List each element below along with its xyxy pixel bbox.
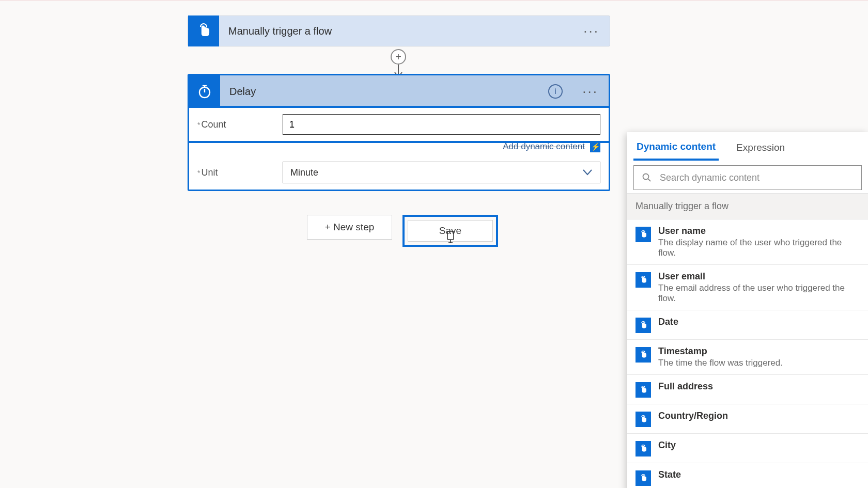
dynamic-item[interactable]: Full address	[627, 375, 868, 404]
dynamic-item-title: Date	[658, 317, 860, 327]
touch-icon	[636, 347, 651, 363]
dynamic-item[interactable]: State	[627, 463, 868, 488]
trigger-icon	[188, 15, 219, 46]
unit-value: Minute	[290, 167, 318, 178]
dynamic-item[interactable]: User nameThe display name of the user wh…	[627, 219, 868, 265]
touch-icon	[636, 382, 651, 398]
dynamic-content-panel: Dynamic content Expression Search dynami…	[627, 132, 868, 488]
dynamic-panel-tabs: Dynamic content Expression	[627, 132, 868, 162]
delay-more-icon[interactable]: ···	[572, 84, 609, 100]
dynamic-item-description: The time the flow was triggered.	[658, 358, 860, 368]
dynamic-item-title: Country/Region	[658, 411, 860, 421]
dynamic-item[interactable]: TimestampThe time the flow was triggered…	[627, 340, 868, 375]
chevron-down-icon	[582, 169, 593, 176]
touch-icon	[636, 227, 651, 242]
dynamic-item-description: The email address of the user who trigge…	[658, 283, 860, 304]
dynamic-item-title: City	[658, 440, 860, 451]
dynamic-item[interactable]: City	[627, 434, 868, 463]
delay-card: Delay i ··· *Count Add dynamic content ⚡…	[188, 74, 610, 191]
save-button-highlight: Save	[402, 215, 498, 247]
touch-icon	[636, 470, 651, 486]
unit-select[interactable]: Minute	[283, 162, 600, 183]
info-icon[interactable]: i	[548, 84, 563, 99]
touch-icon	[636, 412, 651, 427]
dynamic-section-header: Manually trigger a flow	[627, 193, 868, 219]
dynamic-items-list: User nameThe display name of the user wh…	[627, 219, 868, 488]
search-placeholder: Search dynamic content	[660, 172, 760, 183]
dynamic-item[interactable]: Country/Region	[627, 404, 868, 434]
flow-designer-canvas: Manually trigger a flow ··· + Delay i ··…	[0, 0, 868, 488]
delay-icon	[189, 75, 220, 107]
trigger-card[interactable]: Manually trigger a flow ···	[188, 15, 610, 46]
footer-buttons: + New step Save	[307, 215, 498, 247]
stopwatch-icon	[197, 84, 212, 99]
delay-header[interactable]: Delay i ···	[189, 75, 609, 107]
count-input[interactable]	[283, 114, 600, 135]
trigger-title: Manually trigger a flow	[219, 25, 573, 37]
touch-icon	[636, 441, 651, 456]
delay-title: Delay	[220, 86, 548, 98]
touch-icon	[195, 22, 212, 40]
save-button[interactable]: Save	[408, 220, 493, 242]
dynamic-item-title: User email	[658, 271, 860, 282]
lightning-icon: ⚡	[590, 141, 600, 152]
new-step-button[interactable]: + New step	[307, 215, 392, 240]
search-icon	[642, 173, 652, 182]
tab-dynamic-content[interactable]: Dynamic content	[633, 134, 719, 161]
trigger-more-icon[interactable]: ···	[573, 23, 610, 39]
svg-point-8	[643, 174, 649, 180]
add-dynamic-content-link[interactable]: Add dynamic content ⚡	[189, 141, 609, 155]
unit-row: *Unit Minute	[189, 155, 609, 190]
touch-icon	[636, 272, 651, 288]
dynamic-item-title: Full address	[658, 381, 860, 392]
add-step-between-button[interactable]: +	[391, 49, 406, 65]
count-label: *Count	[197, 119, 283, 130]
dynamic-item-description: The display name of the user who trigger…	[658, 238, 860, 258]
dynamic-search-input[interactable]: Search dynamic content	[633, 165, 862, 190]
tab-expression[interactable]: Expression	[733, 135, 788, 160]
dynamic-item-title: User name	[658, 226, 860, 237]
dynamic-item[interactable]: User emailThe email address of the user …	[627, 265, 868, 310]
count-row: *Count	[189, 106, 609, 143]
dynamic-item-title: Timestamp	[658, 346, 860, 357]
dynamic-item[interactable]: Date	[627, 310, 868, 340]
unit-label: *Unit	[197, 167, 283, 178]
dynamic-item-title: State	[658, 469, 860, 480]
touch-icon	[636, 318, 651, 333]
svg-line-9	[648, 179, 650, 181]
